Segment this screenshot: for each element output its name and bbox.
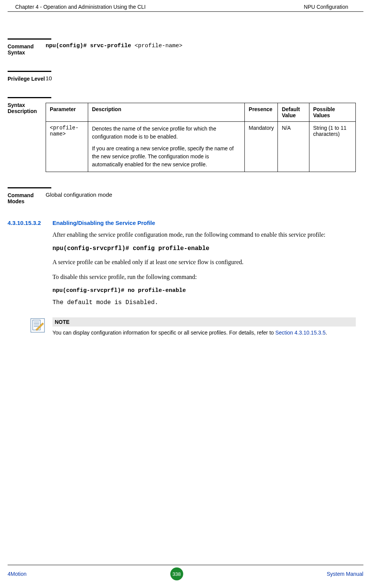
note-body: NOTE You can display configuration infor…: [52, 317, 356, 337]
subsection-heading: 4.3.10.15.3.2 Enabling/Disabling the Ser…: [8, 220, 356, 226]
footer-left: 4Motion: [8, 571, 27, 577]
td-desc-p2: If you are creating a new service profil…: [92, 145, 241, 169]
td-description: Denotes the name of the service profile …: [88, 122, 244, 172]
command-syntax-label: Command Syntax: [8, 43, 46, 56]
command-modes-row: Command Modes Global configuration mode: [8, 191, 356, 204]
divider: [8, 71, 51, 72]
body-para-2: A service profile can be enabled only if…: [52, 257, 356, 267]
note-text: You can display configuration informatio…: [52, 327, 356, 337]
divider: [8, 97, 51, 98]
subsection-number: 4.3.10.15.3.2: [8, 220, 52, 226]
command-syntax-row: Command Syntax npu(config)# srvc-profile…: [8, 43, 356, 56]
td-presence: Mandatory: [245, 122, 278, 172]
table-header-row: Parameter Description Presence Default V…: [46, 103, 356, 122]
subsection-title: Enabling/Disabling the Service Profile: [52, 220, 155, 226]
header-right: NPU Configuration: [304, 4, 348, 10]
divider: [8, 187, 51, 188]
page-content: Command Syntax npu(config)# srvc-profile…: [0, 12, 371, 337]
header-left: Chapter 4 - Operation and Administration…: [15, 4, 146, 10]
command-line-2: npu(config-srvcprfl)# no profile-enable: [52, 287, 356, 294]
page-footer: 4Motion 338 System Manual: [8, 565, 363, 580]
td-default: N/A: [278, 122, 309, 172]
privilege-level-value: 10: [46, 75, 356, 82]
command-syntax-prefix: npu(config)# srvc-profile: [46, 43, 135, 49]
note-link[interactable]: Section 4.3.10.15.3.5: [275, 330, 325, 336]
privilege-level-row: Privilege Level 10: [8, 75, 356, 82]
td-parameter: <profile-name>: [46, 122, 88, 172]
note-block: NOTE You can display configuration infor…: [30, 317, 356, 337]
note-text-main: You can display configuration informatio…: [52, 330, 275, 336]
th-default: Default Value: [278, 103, 309, 122]
footer-right: System Manual: [327, 571, 363, 577]
syntax-table: Parameter Description Presence Default V…: [46, 103, 356, 172]
body-para-3: To disable this service profile, run the…: [52, 272, 356, 282]
th-description: Description: [88, 103, 244, 122]
divider: [8, 38, 51, 40]
page-header: Chapter 4 - Operation and Administration…: [8, 0, 363, 12]
syntax-description-body: Parameter Description Presence Default V…: [46, 101, 356, 172]
th-presence: Presence: [245, 103, 278, 122]
command-line-1: npu(config-srvcprfl)# config profile-ena…: [52, 245, 356, 252]
command-syntax-arg: <profile-name>: [135, 43, 182, 49]
body-para-4: The default mode is Disabled.: [52, 299, 356, 306]
privilege-level-label: Privilege Level: [8, 75, 46, 82]
page-number-badge: 338: [170, 567, 183, 580]
td-possible: String (1 to 11 characters): [309, 122, 355, 172]
note-title: NOTE: [52, 317, 356, 327]
command-modes-label: Command Modes: [8, 191, 46, 204]
note-icon: [30, 318, 46, 334]
syntax-description-label: Syntax Description: [8, 101, 46, 172]
td-desc-p1: Denotes the name of the service profile …: [92, 125, 241, 141]
th-parameter: Parameter: [46, 103, 88, 122]
command-modes-value: Global configuration mode: [46, 191, 356, 204]
th-possible: Possible Values: [309, 103, 355, 122]
note-text-after: .: [326, 330, 327, 336]
body-para-1: After enabling the service profile confi…: [52, 230, 356, 240]
syntax-description-row: Syntax Description Parameter Description…: [8, 101, 356, 172]
table-row: <profile-name> Denotes the name of the s…: [46, 122, 356, 172]
command-syntax-body: npu(config)# srvc-profile <profile-name>: [46, 43, 356, 56]
